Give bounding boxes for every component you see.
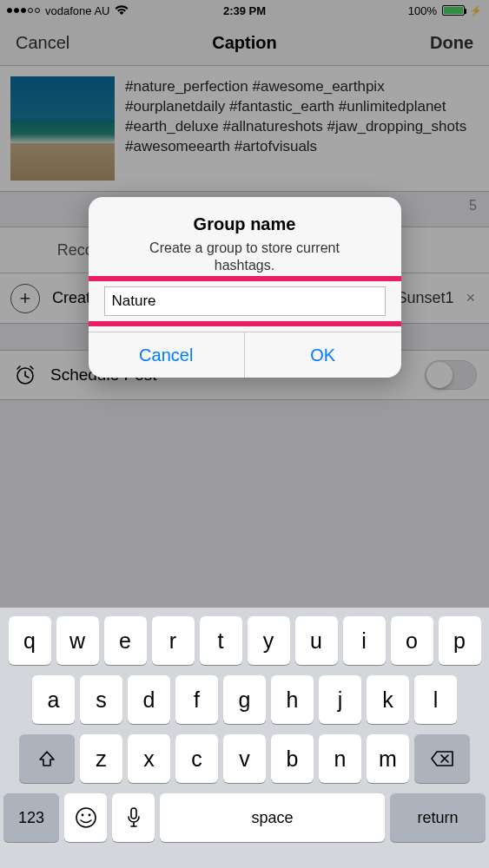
page-title: Caption <box>212 33 276 53</box>
schedule-toggle[interactable] <box>425 360 477 390</box>
key-h[interactable]: h <box>271 675 314 724</box>
nav-bar: Cancel Caption Done <box>0 21 489 66</box>
key-e[interactable]: e <box>104 616 147 665</box>
numbers-key[interactable]: 123 <box>3 793 59 842</box>
key-r[interactable]: r <box>152 616 195 665</box>
svg-point-1 <box>76 808 96 827</box>
key-n[interactable]: n <box>319 734 361 783</box>
backspace-key[interactable] <box>414 734 470 783</box>
carrier-label: vodafone AU <box>45 4 109 17</box>
key-x[interactable]: x <box>128 734 170 783</box>
key-p[interactable]: p <box>439 616 481 665</box>
key-m[interactable]: m <box>367 734 409 783</box>
key-d[interactable]: d <box>128 675 170 724</box>
emoji-key[interactable] <box>64 793 107 842</box>
space-key[interactable]: space <box>160 793 385 842</box>
done-button[interactable]: Done <box>430 33 473 53</box>
key-o[interactable]: o <box>391 616 433 665</box>
key-u[interactable]: u <box>295 616 338 665</box>
key-y[interactable]: y <box>248 616 290 665</box>
caption-editor[interactable]: #nature_perfection #awesome_earthpix #ou… <box>0 66 489 192</box>
dialog-cancel-button[interactable]: Cancel <box>89 332 245 378</box>
key-z[interactable]: z <box>80 734 122 783</box>
status-bar: vodafone AU 2:39 PM 100% ⚡ <box>0 0 489 21</box>
svg-rect-4 <box>131 808 136 819</box>
caption-text[interactable]: #nature_perfection #awesome_earthpix #ou… <box>115 76 479 181</box>
key-v[interactable]: v <box>223 734 266 783</box>
caption-line-count: 5 <box>469 198 477 214</box>
key-b[interactable]: b <box>271 734 314 783</box>
key-q[interactable]: q <box>9 616 51 665</box>
battery-percent: 100% <box>408 4 437 17</box>
svg-point-2 <box>81 814 83 817</box>
charging-icon: ⚡ <box>470 5 482 16</box>
return-key[interactable]: return <box>390 793 486 842</box>
post-thumbnail[interactable] <box>10 76 115 181</box>
signal-strength-icon <box>7 8 40 13</box>
cancel-button[interactable]: Cancel <box>16 33 69 53</box>
shift-key[interactable] <box>19 734 75 783</box>
group-chip-close[interactable]: × <box>459 289 479 307</box>
dictation-key[interactable] <box>112 793 155 842</box>
group-chip[interactable]: Sunset1 <box>391 289 459 307</box>
dialog-ok-button[interactable]: OK <box>244 332 401 378</box>
key-c[interactable]: c <box>175 734 218 783</box>
key-s[interactable]: s <box>80 675 122 724</box>
keyboard[interactable]: qwertyuiop asdfghjkl zxcvbnm 123 space r… <box>0 608 489 868</box>
key-j[interactable]: j <box>319 675 361 724</box>
clock-icon <box>12 362 38 388</box>
dialog-subtitle: Create a group to store current hashtags… <box>89 236 401 286</box>
key-i[interactable]: i <box>343 616 386 665</box>
group-name-dialog: Group name Create a group to store curre… <box>89 197 401 378</box>
key-f[interactable]: f <box>175 675 218 724</box>
group-name-input[interactable] <box>104 286 386 316</box>
wifi-icon <box>115 5 129 16</box>
key-l[interactable]: l <box>414 675 457 724</box>
status-time: 2:39 PM <box>223 4 266 17</box>
battery-icon <box>442 5 465 16</box>
dialog-title: Group name <box>89 197 401 236</box>
svg-point-3 <box>88 814 90 817</box>
key-a[interactable]: a <box>32 675 75 724</box>
key-g[interactable]: g <box>223 675 266 724</box>
key-w[interactable]: w <box>56 616 99 665</box>
add-group-button[interactable]: + <box>10 284 40 313</box>
key-k[interactable]: k <box>367 675 409 724</box>
key-t[interactable]: t <box>200 616 242 665</box>
